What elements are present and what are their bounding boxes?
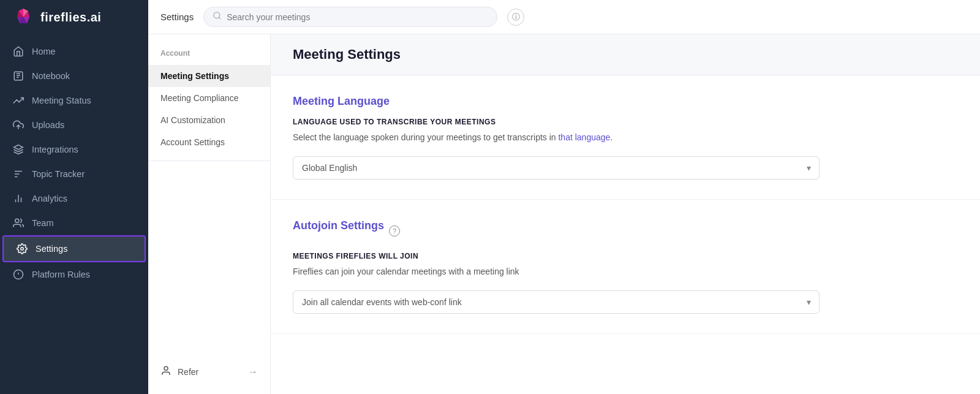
sidebar-item-platform-rules[interactable]: Platform Rules [0,262,148,287]
sub-sidebar-section-label: Account [148,49,270,65]
autojoin-help-icon[interactable]: ? [389,225,400,237]
settings-page-title: Meeting Settings [293,47,401,62]
meeting-language-section: Meeting Language LANGUAGE USED TO TRANSC… [271,75,980,200]
search-bar [203,7,497,27]
team-icon [12,217,24,229]
topbar: Settings ⓘ [148,0,980,34]
autojoin-title-row: Autojoin Settings ? [293,219,958,242]
sidebar-item-integrations[interactable]: Integrations [0,137,148,162]
svg-marker-6 [14,145,23,150]
svg-point-14 [21,248,24,251]
topbar-title: Settings [160,12,194,22]
language-select[interactable]: Global English English (US) English (UK)… [293,156,820,180]
sidebar-item-meeting-status-label: Meeting Status [32,96,91,105]
search-input[interactable] [227,12,488,22]
sidebar-item-integrations-label: Integrations [32,145,78,154]
refer-label: Refer [178,367,198,377]
home-icon [12,45,24,58]
svg-point-13 [15,219,19,222]
meeting-status-icon [12,94,24,107]
sidebar-item-uploads-label: Uploads [32,120,64,130]
autojoin-title: Autojoin Settings [293,219,384,232]
sidebar-item-settings[interactable]: Settings [2,235,146,262]
refer-row[interactable]: Refer → [148,359,270,384]
refer-person-icon [160,365,172,378]
meeting-language-description: Select the language spoken during your m… [293,131,958,144]
analytics-icon [12,192,24,205]
svg-point-18 [214,12,220,18]
sidebar-item-home[interactable]: Home [0,39,148,64]
logo-text: fireflies.ai [40,10,101,25]
svg-point-20 [164,366,168,370]
topic-tracker-icon [12,168,24,180]
sidebar: fireflies.ai Home Notebook Meeting Statu… [0,0,148,394]
sidebar-item-uploads[interactable]: Uploads [0,113,148,137]
content-body: Account Meeting Settings Meeting Complia… [148,34,980,394]
settings-icon [16,243,28,255]
platform-rules-icon [12,268,24,281]
refer-arrow-icon: → [248,366,258,377]
uploads-icon [12,119,24,131]
settings-content: Meeting Settings Meeting Language LANGUA… [271,34,980,394]
search-icon [213,11,222,23]
autojoin-select-wrapper: Join all calendar events with web-conf l… [293,290,820,314]
sidebar-item-team[interactable]: Team [0,211,148,235]
language-select-wrapper: Global English English (US) English (UK)… [293,156,820,180]
sub-nav-item-meeting-compliance[interactable]: Meeting Compliance [148,87,270,109]
sidebar-item-topic-tracker[interactable]: Topic Tracker [0,162,148,186]
sub-nav-item-meeting-settings[interactable]: Meeting Settings [148,65,270,87]
sidebar-item-analytics[interactable]: Analytics [0,186,148,211]
sub-nav-item-account-settings[interactable]: Account Settings [148,131,270,153]
autojoin-settings-section: Autojoin Settings ? MEETINGS FIREFLIES W… [271,200,980,334]
fireflies-logo-icon [12,6,34,28]
info-button[interactable]: ⓘ [507,9,524,26]
sidebar-item-notebook-label: Notebook [32,71,70,81]
main-nav: Home Notebook Meeting Status Uploads [0,34,148,394]
sidebar-item-platform-rules-label: Platform Rules [32,270,90,279]
sidebar-item-topic-tracker-label: Topic Tracker [32,169,85,179]
integrations-icon [12,143,24,156]
autojoin-description: Fireflies can join your calendar meeting… [293,265,958,278]
description-link: that language [558,132,610,142]
autojoin-select[interactable]: Join all calendar events with web-conf l… [293,290,820,314]
notebook-icon [12,70,24,82]
sub-sidebar: Account Meeting Settings Meeting Complia… [148,34,271,394]
logo-area: fireflies.ai [0,0,148,34]
settings-header: Meeting Settings [271,34,980,75]
sidebar-item-meeting-status[interactable]: Meeting Status [0,88,148,113]
meeting-language-title: Meeting Language [293,95,958,108]
autojoin-subtitle: MEETINGS FIREFLIES WILL JOIN [293,252,958,260]
main-area: Settings ⓘ Account Meeting Settings Meet… [148,0,980,394]
meeting-language-subtitle: LANGUAGE USED TO TRANSCRIBE YOUR MEETING… [293,118,958,126]
sidebar-item-home-label: Home [32,47,56,56]
sidebar-item-team-label: Team [32,218,53,228]
svg-line-19 [219,17,221,19]
sub-sidebar-divider [148,161,270,161]
sidebar-item-notebook[interactable]: Notebook [0,64,148,88]
sub-nav-item-ai-customization[interactable]: AI Customization [148,109,270,131]
sidebar-item-settings-label: Settings [36,244,67,254]
sidebar-item-analytics-label: Analytics [32,194,67,203]
